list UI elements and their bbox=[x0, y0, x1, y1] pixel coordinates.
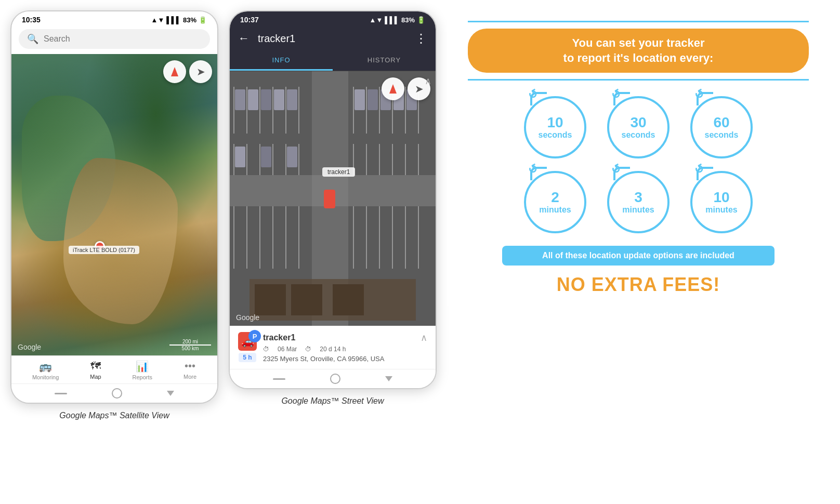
no-extra-fees: NO EXTRA FEES! bbox=[557, 274, 720, 296]
phone2-mockup: 10:37 ▲▼ ▌▌▌ 83% 🔋 ← tracker1 ⋮ INFO bbox=[229, 10, 437, 389]
phone1-bars-icon: ▌▌▌ bbox=[166, 16, 181, 24]
compass-button[interactable] bbox=[163, 60, 186, 83]
svg-rect-47 bbox=[287, 147, 297, 167]
svg-rect-45 bbox=[235, 147, 245, 167]
interval-circle-10-seconds: ↺ 10 seconds bbox=[524, 96, 586, 158]
svg-rect-54 bbox=[255, 284, 286, 315]
scroll-up-icon: ∧ bbox=[421, 332, 427, 343]
phone2-battery-icon: 🔋 bbox=[417, 16, 425, 24]
phone2-map[interactable]: tracker1 ➤ ∧ Google bbox=[230, 71, 436, 326]
info-title-line1: You can set your tracker bbox=[572, 36, 704, 49]
nav-item-reports[interactable]: 📊 Reports bbox=[133, 360, 153, 380]
phone2-title: tracker1 bbox=[258, 33, 406, 45]
menu-button[interactable]: ⋮ bbox=[415, 31, 427, 46]
time-badge: 5 h bbox=[239, 353, 256, 362]
svg-rect-57 bbox=[324, 190, 335, 208]
interval-circle-2-minutes: ↺ 2 minutes bbox=[524, 171, 586, 233]
recents-gesture-btn-2[interactable] bbox=[385, 376, 392, 381]
interval-unit: seconds bbox=[539, 130, 572, 140]
nav-label-monitoring: Monitoring bbox=[32, 374, 59, 380]
interval-circle-60-seconds: ↺ 60 seconds bbox=[690, 96, 753, 158]
info-title-line2: to report it's location every: bbox=[563, 51, 714, 64]
tracker-info-panel: 🚗 P 5 h tracker1 ∧ ⏱ 06 Mar ⏱ 2 bbox=[230, 326, 436, 369]
location-button[interactable]: ➤ bbox=[189, 60, 212, 83]
svg-rect-55 bbox=[291, 284, 322, 315]
parking-lot-svg bbox=[230, 71, 436, 326]
search-input[interactable] bbox=[44, 34, 202, 44]
interval-circle-30-seconds: ↺ 30 seconds bbox=[607, 96, 670, 158]
clock-icon: ⏱ bbox=[263, 346, 269, 353]
info-header-lines-bottom bbox=[468, 79, 809, 81]
interval-unit: minutes bbox=[539, 205, 571, 215]
scale-top: 200 mi bbox=[169, 339, 211, 344]
tab-info-label: INFO bbox=[272, 56, 290, 64]
tracker-name-row: tracker1 ∧ bbox=[263, 332, 427, 343]
nav-label-more: More bbox=[183, 374, 196, 380]
caption-phone2: Google Maps™ Street View bbox=[281, 396, 384, 406]
tracker-label-2: tracker1 bbox=[322, 167, 355, 177]
interval-number: 10 bbox=[713, 190, 729, 205]
tracker-icon-container: 🚗 P 5 h bbox=[238, 332, 257, 362]
monitoring-icon: 🚌 bbox=[39, 360, 52, 373]
interval-number: 2 bbox=[551, 190, 559, 205]
interval-circle-3-minutes: ↺ 3 minutes bbox=[607, 171, 670, 233]
interval-unit: minutes bbox=[622, 205, 654, 215]
back-gesture-btn[interactable] bbox=[55, 393, 67, 394]
interval-unit: seconds bbox=[705, 130, 739, 140]
info-header-lines-top bbox=[468, 21, 809, 22]
phone2-system-bar bbox=[230, 369, 436, 388]
search-bar[interactable]: 🔍 bbox=[19, 29, 210, 49]
nav-label-map: Map bbox=[90, 374, 101, 380]
nav-item-map[interactable]: 🗺 Map bbox=[90, 360, 101, 380]
compass-button-2[interactable] bbox=[382, 77, 404, 100]
phone1-mockup: 10:35 ▲▼ ▌▌▌ 83% 🔋 🔍 bbox=[10, 10, 218, 404]
tracker-address: 2325 Myers St, Oroville, CA 95966, USA bbox=[263, 355, 427, 363]
tab-info[interactable]: INFO bbox=[230, 51, 333, 71]
phone1-time: 10:35 bbox=[22, 16, 41, 24]
time-icon: ⏱ bbox=[305, 346, 311, 353]
google-watermark-1: Google bbox=[18, 343, 41, 351]
tracker-meta: ⏱ 06 Mar ⏱ 20 d 14 h bbox=[263, 346, 427, 353]
scale-bar: 200 mi 500 km bbox=[169, 339, 211, 351]
intervals-row-2: ↺ 2 minutes ↺ 3 minutes ↺ 10 minutes bbox=[468, 171, 809, 233]
scale-bottom: 500 km bbox=[169, 346, 211, 351]
back-button[interactable]: ← bbox=[238, 32, 250, 45]
phone1-battery: 83% bbox=[183, 16, 196, 24]
no-fees-bar: All of these location update options are… bbox=[502, 246, 775, 266]
phone2-time: 10:37 bbox=[240, 16, 259, 24]
phone1-nav-bar: 🚌 Monitoring 🗺 Map 📊 Reports ••• More bbox=[11, 355, 217, 383]
svg-rect-56 bbox=[333, 284, 364, 315]
phone2-tabs: INFO HISTORY bbox=[230, 51, 436, 71]
interval-number: 3 bbox=[634, 190, 642, 205]
more-icon: ••• bbox=[185, 360, 195, 372]
nav-item-monitoring[interactable]: 🚌 Monitoring bbox=[32, 360, 59, 380]
recents-gesture-btn[interactable] bbox=[167, 391, 174, 396]
svg-rect-41 bbox=[248, 89, 258, 110]
phone2-header: ← tracker1 ⋮ bbox=[230, 26, 436, 51]
tab-history[interactable]: HISTORY bbox=[333, 51, 436, 71]
svg-rect-46 bbox=[261, 147, 271, 167]
svg-rect-42 bbox=[261, 89, 271, 110]
back-gesture-btn-2[interactable] bbox=[273, 378, 285, 380]
intervals-row-1: ↺ 10 seconds ↺ 30 seconds ↺ 60 seconds bbox=[468, 96, 809, 158]
svg-rect-48 bbox=[355, 89, 365, 110]
phone1-map[interactable]: ➤ iTrack LTE BOLD (0177) Google 200 mi 5… bbox=[11, 54, 217, 355]
search-icon: 🔍 bbox=[27, 33, 38, 45]
location-icon-2: ➤ bbox=[415, 83, 424, 95]
svg-rect-40 bbox=[235, 89, 245, 110]
caption-phone1: Google Maps™ Satellite View bbox=[59, 411, 169, 420]
interval-number: 30 bbox=[630, 115, 646, 130]
phone2-status-right: ▲▼ ▌▌▌ 83% 🔋 bbox=[370, 16, 425, 24]
interval-unit: seconds bbox=[622, 130, 655, 140]
location-icon: ➤ bbox=[196, 65, 205, 78]
home-gesture-btn[interactable] bbox=[112, 388, 122, 399]
phone1-status-right: ▲▼ ▌▌▌ 83% 🔋 bbox=[151, 16, 207, 24]
interval-number: 10 bbox=[547, 115, 563, 130]
home-gesture-btn-2[interactable] bbox=[330, 374, 340, 384]
nav-item-more[interactable]: ••• More bbox=[183, 360, 196, 380]
phone2-bars-icon: ▌▌▌ bbox=[385, 16, 399, 24]
svg-rect-44 bbox=[287, 89, 297, 110]
reports-icon: 📊 bbox=[136, 360, 149, 373]
nav-label-reports: Reports bbox=[133, 374, 153, 380]
header-line-left bbox=[468, 21, 809, 22]
